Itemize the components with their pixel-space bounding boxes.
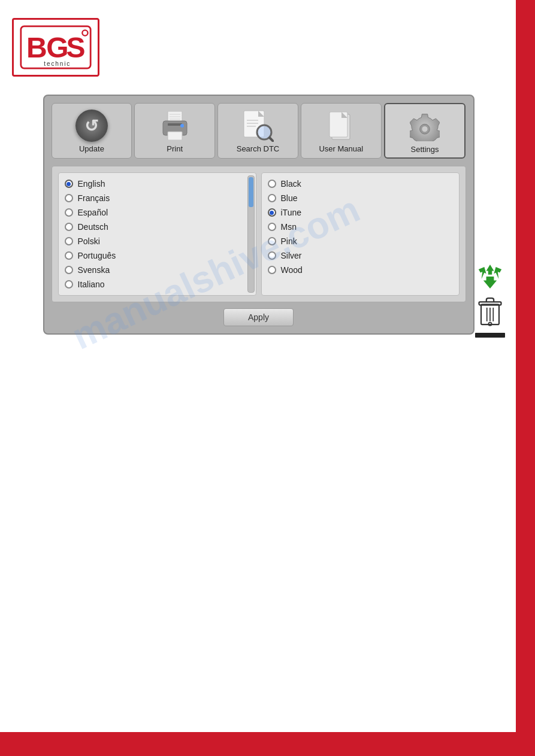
radio-circle-theme-wood	[268, 266, 276, 274]
settings-button[interactable]: Settings	[384, 103, 466, 159]
settings-icon	[409, 110, 441, 142]
bottom-icons	[475, 262, 505, 338]
theme-label-blue: Blue	[281, 193, 298, 203]
svg-line-20	[270, 138, 274, 142]
search-dtc-button[interactable]: Search DTC	[217, 103, 298, 159]
language-label-deutsch: Deutsch	[78, 222, 108, 232]
language-option-polski[interactable]: Polski	[61, 234, 253, 248]
svg-rect-27	[479, 302, 501, 305]
settings-label: Settings	[411, 145, 439, 154]
language-panel: EnglishFrançaisEspañolDeutschPolskiPortu…	[58, 172, 256, 296]
theme-label-black: Black	[281, 179, 301, 189]
language-option-portugues[interactable]: Português	[61, 248, 253, 263]
language-option-francais[interactable]: Français	[61, 191, 253, 205]
svg-point-13	[180, 124, 184, 127]
theme-label-msn: Msn	[281, 222, 297, 232]
apply-button[interactable]: Apply	[223, 308, 294, 326]
language-label-espanol: Español	[78, 208, 108, 217]
theme-option-wood[interactable]: Wood	[264, 263, 457, 277]
weee-icon	[477, 297, 503, 327]
update-button[interactable]: Update	[52, 103, 132, 159]
svg-text:S: S	[67, 32, 86, 63]
user-manual-button[interactable]: User Manual	[301, 103, 382, 159]
recycle-icon	[476, 262, 504, 291]
device-panel: Update	[43, 95, 474, 335]
radio-circle-theme-silver	[268, 251, 276, 260]
theme-label-silver: Silver	[281, 251, 302, 260]
radio-circle-theme-black	[268, 180, 276, 188]
print-icon	[159, 110, 191, 142]
radio-circle-theme-pink	[268, 237, 276, 245]
language-option-espanol[interactable]: Español	[61, 205, 253, 220]
svg-rect-12	[168, 132, 182, 140]
svg-rect-11	[168, 123, 182, 126]
theme-label-pink: Pink	[281, 236, 297, 246]
scrollbar-thumb	[249, 177, 253, 207]
svg-text:technic: technic	[44, 60, 71, 67]
language-label-francais: Français	[78, 193, 110, 203]
theme-option-itune[interactable]: iTune	[264, 205, 457, 220]
theme-option-pink[interactable]: Pink	[264, 234, 457, 248]
svg-text:G: G	[46, 32, 68, 63]
theme-panel: BlackBlueiTuneMsnPinkSilverWood	[261, 172, 460, 296]
search-dtc-icon	[241, 110, 274, 142]
theme-option-black[interactable]: Black	[264, 177, 457, 191]
language-label-english: English	[78, 179, 105, 189]
svg-point-25	[422, 126, 427, 132]
language-option-italiano[interactable]: Italiano	[61, 277, 253, 292]
print-label: Print	[167, 144, 183, 153]
radio-circle-espanol	[65, 208, 73, 217]
toolbar: Update	[52, 103, 466, 159]
user-manual-label: User Manual	[319, 144, 363, 153]
language-label-polski: Polski	[78, 236, 100, 246]
theme-option-blue[interactable]: Blue	[264, 191, 457, 205]
language-option-svenska[interactable]: Svenska	[61, 263, 253, 277]
search-dtc-label: Search DTC	[237, 144, 280, 153]
radio-circle-english	[65, 180, 73, 188]
language-option-deutsch[interactable]: Deutsch	[61, 220, 253, 234]
settings-body: EnglishFrançaisEspañolDeutschPolskiPortu…	[52, 166, 466, 302]
radio-circle-theme-blue	[268, 194, 276, 202]
apply-row: Apply	[52, 308, 466, 326]
radio-circle-italiano	[65, 280, 73, 289]
language-option-english[interactable]: English	[61, 177, 253, 191]
radio-circle-deutsch	[65, 223, 73, 231]
radio-circle-theme-itune	[268, 208, 276, 217]
theme-option-silver[interactable]: Silver	[264, 248, 457, 263]
radio-circle-francais	[65, 194, 73, 202]
theme-label-itune: iTune	[281, 208, 302, 217]
radio-circle-portugues	[65, 251, 73, 260]
update-icon	[75, 110, 108, 142]
print-button[interactable]: Print	[134, 103, 215, 159]
language-label-portugues: Português	[78, 251, 116, 260]
user-manual-icon	[325, 110, 357, 142]
red-bottom-bar	[0, 732, 516, 756]
language-scrollbar[interactable]	[247, 175, 255, 293]
black-bar-icon	[475, 333, 505, 338]
radio-circle-svenska	[65, 266, 73, 274]
language-label-svenska: Svenska	[78, 265, 110, 275]
radio-circle-theme-msn	[268, 223, 276, 231]
logo-area: B G S technic	[12, 12, 505, 77]
theme-option-msn[interactable]: Msn	[264, 220, 457, 234]
update-label: Update	[79, 144, 104, 153]
bgs-logo: B G S technic	[20, 23, 92, 71]
svg-text:B: B	[26, 32, 47, 63]
radio-circle-polski	[65, 237, 73, 245]
theme-label-wood: Wood	[281, 265, 303, 275]
logo-box: B G S technic	[12, 18, 99, 77]
language-label-italiano: Italiano	[78, 280, 105, 289]
